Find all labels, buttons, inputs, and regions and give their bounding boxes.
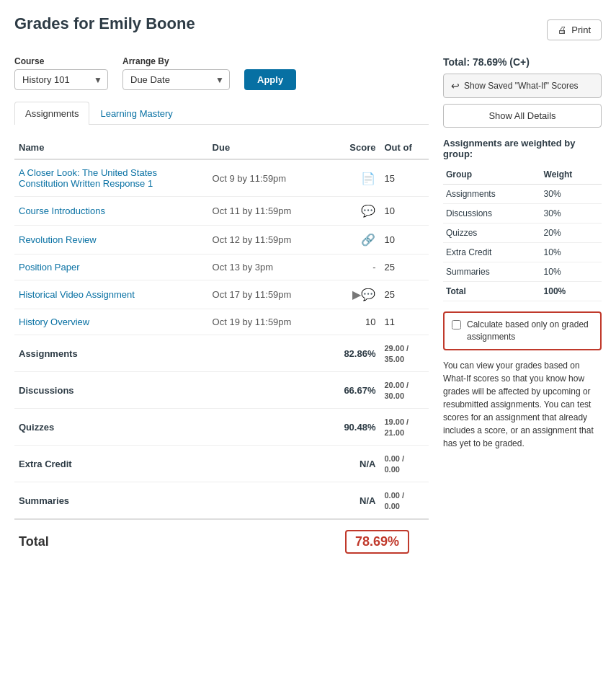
weight-value: 30% xyxy=(541,185,602,204)
group-out-of: 0.00 / 0.00 xyxy=(380,446,429,482)
print-button[interactable]: 🖨 Print xyxy=(547,19,602,40)
show-what-if-button[interactable]: ↩ Show Saved "What-If" Scores xyxy=(443,74,602,98)
due-date: Oct 17 by 11:59pm xyxy=(208,280,326,309)
group-score: N/A xyxy=(326,446,380,482)
table-row: A Closer Look: The United States Constit… xyxy=(14,159,429,197)
weight-value: 100% xyxy=(541,282,602,301)
assignment-link[interactable]: Course Introductions xyxy=(19,205,105,216)
due-date: Oct 12 by 11:59pm xyxy=(208,226,326,255)
calculate-box: Calculate based only on graded assignmen… xyxy=(443,311,602,350)
score-cell: 📄 xyxy=(326,159,380,197)
table-row: History OverviewOct 19 by 11:59pm1011 xyxy=(14,309,429,335)
table-row: Course IntroductionsOct 11 by 11:59pm💬10 xyxy=(14,197,429,226)
submission-type-icon: 💬 xyxy=(361,205,375,217)
apply-button[interactable]: Apply xyxy=(244,69,296,90)
weight-group-name: Total xyxy=(443,282,541,301)
due-date: Oct 11 by 11:59pm xyxy=(208,197,326,226)
score-cell: - xyxy=(326,255,380,280)
printer-icon: 🖨 xyxy=(558,25,567,35)
arrange-label: Arrange By xyxy=(122,56,230,66)
tab-assignments[interactable]: Assignments xyxy=(14,102,89,125)
group-name: Summaries xyxy=(14,482,326,520)
weight-group-name: Extra Credit xyxy=(443,243,541,262)
weight-table-row: Total100% xyxy=(443,282,602,301)
arrange-select-wrapper: Due DateAssignment NameScore ▼ xyxy=(122,69,230,90)
due-date: Oct 13 by 3pm xyxy=(208,255,326,280)
col-score-header: Score xyxy=(326,136,380,159)
group-row: Assignments82.86%29.00 / 35.00 xyxy=(14,335,429,372)
out-of-cell: 10 xyxy=(380,226,429,255)
group-score: 90.48% xyxy=(326,409,380,446)
group-row: Quizzes90.48%19.00 / 21.00 xyxy=(14,409,429,446)
weight-table-row: Discussions30% xyxy=(443,204,602,224)
submission-type-icon: 📄 xyxy=(361,172,375,185)
score-cell: 10 xyxy=(326,309,380,335)
group-name: Extra Credit xyxy=(14,446,326,482)
score-cell: ▶💬 xyxy=(326,280,380,309)
table-row: Revolution ReviewOct 12 by 11:59pm🔗10 xyxy=(14,226,429,255)
score-cell: 💬 xyxy=(326,197,380,226)
group-score: 82.86% xyxy=(326,335,380,372)
weight-table-row: Assignments30% xyxy=(443,185,602,204)
group-row: Discussions66.67%20.00 / 30.00 xyxy=(14,372,429,409)
out-of-cell: 25 xyxy=(380,255,429,280)
total-grade-display: Total: 78.69% (C+) xyxy=(443,56,602,68)
group-out-of: 19.00 / 21.00 xyxy=(380,409,429,446)
group-score: 66.67% xyxy=(326,372,380,409)
assignment-link[interactable]: Historical Video Assignment xyxy=(19,289,135,300)
submission-extra-icon: 💬 xyxy=(361,288,375,301)
out-of-cell: 25 xyxy=(380,280,429,309)
tab-learning-mastery[interactable]: Learning Mastery xyxy=(89,102,183,125)
assignment-link[interactable]: A Closer Look: The United States Constit… xyxy=(19,167,157,189)
weight-table-row: Extra Credit10% xyxy=(443,243,602,262)
weight-group-name: Summaries xyxy=(443,262,541,282)
weight-group-name: Quizzes xyxy=(443,224,541,243)
weight-group-name: Discussions xyxy=(443,204,541,224)
table-row: Position PaperOct 13 by 3pm-25 xyxy=(14,255,429,280)
course-label: Course xyxy=(14,56,108,66)
due-date: Oct 9 by 11:59pm xyxy=(208,159,326,197)
group-score: N/A xyxy=(326,482,380,520)
grades-table: Name Due Score Out of A Closer Look: The… xyxy=(14,136,429,564)
weighted-by-group-label: Assignments are weighted by group: xyxy=(443,138,602,159)
group-out-of: 0.00 / 0.00 xyxy=(380,482,429,520)
total-row: Total 78.69% xyxy=(14,519,429,564)
group-name: Discussions xyxy=(14,372,326,409)
out-of-cell: 15 xyxy=(380,159,429,197)
info-text: You can view your grades based on What-I… xyxy=(443,359,602,450)
group-row: Extra CreditN/A0.00 / 0.00 xyxy=(14,446,429,482)
total-score: 78.69% xyxy=(326,519,429,564)
submission-type-icon: 🔗 xyxy=(361,234,375,246)
weight-table: Group Weight Assignments30%Discussions30… xyxy=(443,165,602,301)
group-row: SummariesN/A0.00 / 0.00 xyxy=(14,482,429,520)
what-if-icon: ↩ xyxy=(451,80,460,92)
page-title: Grades for Emily Boone xyxy=(14,14,195,33)
weight-col-group: Group xyxy=(443,165,541,185)
weight-value: 20% xyxy=(541,224,602,243)
weight-table-row: Quizzes20% xyxy=(443,224,602,243)
weight-table-row: Summaries10% xyxy=(443,262,602,282)
course-select[interactable]: History 101Math 201Science 101 xyxy=(14,69,108,90)
col-out-of-header: Out of xyxy=(380,136,429,159)
weight-col-weight: Weight xyxy=(541,165,602,185)
weight-group-name: Assignments xyxy=(443,185,541,204)
assignment-link[interactable]: History Overview xyxy=(19,317,89,327)
course-select-wrapper: History 101Math 201Science 101 ▼ xyxy=(14,69,108,90)
weight-value: 10% xyxy=(541,262,602,282)
out-of-cell: 10 xyxy=(380,197,429,226)
submission-type-icon: ▶ xyxy=(352,288,361,301)
assignment-link[interactable]: Revolution Review xyxy=(19,234,97,245)
calculate-checkbox[interactable] xyxy=(452,320,461,329)
due-date: Oct 19 by 11:59pm xyxy=(208,309,326,335)
weight-value: 30% xyxy=(541,204,602,224)
out-of-cell: 11 xyxy=(380,309,429,335)
weight-value: 10% xyxy=(541,243,602,262)
show-all-details-button[interactable]: Show All Details xyxy=(443,104,602,128)
assignment-link[interactable]: Position Paper xyxy=(19,262,80,273)
tabs-bar: Assignments Learning Mastery xyxy=(14,102,429,125)
arrange-select[interactable]: Due DateAssignment NameScore xyxy=(122,69,230,90)
col-name-header: Name xyxy=(14,136,208,159)
total-label: Total xyxy=(14,519,326,564)
group-name: Assignments xyxy=(14,335,326,372)
group-out-of: 20.00 / 30.00 xyxy=(380,372,429,409)
